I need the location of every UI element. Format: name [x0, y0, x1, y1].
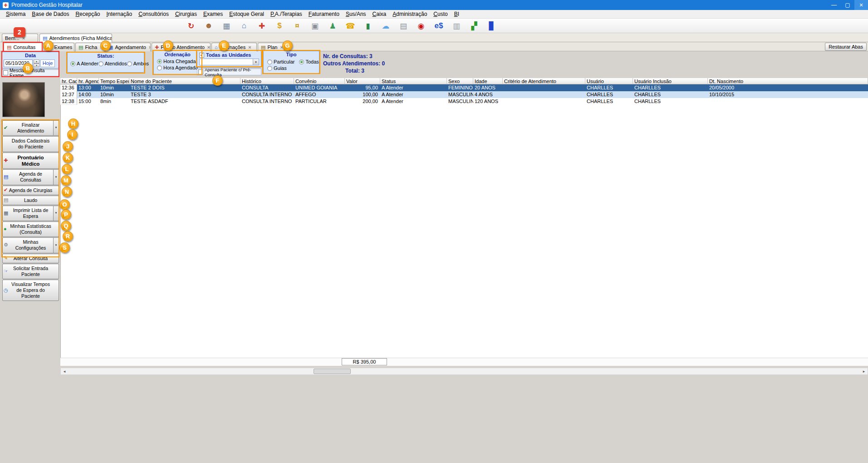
table-cell: CHARLLES	[585, 91, 633, 98]
arquivo-icon[interactable]: ▣	[309, 20, 321, 32]
grafico-icon[interactable]: ▞	[468, 20, 480, 32]
sidebar-button-minhas-estatisticas-consulta[interactable]: ●Minhas Estatísticas (Consulta)	[2, 222, 59, 237]
column-header-historico[interactable]: Histórico	[240, 78, 294, 84]
menu-item-sus-ans[interactable]: Sus/Ans	[343, 10, 369, 18]
table-row[interactable]: 12:3714:0010minTESTE 3CONSULTA INTERNOAF…	[60, 91, 868, 98]
radio-particular[interactable]: Particular	[267, 59, 294, 64]
spinner-up-icon[interactable]: ▴	[34, 59, 39, 64]
column-header-idade[interactable]: Idade	[473, 78, 503, 84]
ambulancia-icon[interactable]: ✚	[256, 20, 268, 32]
close-icon[interactable]: ×	[248, 44, 251, 50]
radio-ambos[interactable]: Ambos	[127, 61, 149, 66]
today-button[interactable]: Hoje	[40, 59, 55, 67]
agenda-icon[interactable]: ▮	[362, 20, 374, 32]
agenda-telefonica-icon[interactable]: ☎	[344, 20, 356, 32]
radio-label: Particular	[274, 59, 294, 64]
recepcao-icon[interactable]: ☻	[203, 20, 215, 32]
column-header-hr-agend[interactable]: hr. Agend.	[77, 78, 99, 84]
sidebar-button-imprimir-lista-de-espera[interactable]: ▦Imprimir Lista de Espera▼	[2, 206, 59, 221]
restore-tabs-button[interactable]: Restaurar Abas	[825, 43, 867, 51]
relatorio-icon[interactable]: ▤	[397, 20, 409, 32]
financeiro-icon[interactable]: $	[274, 20, 285, 32]
column-header-valor[interactable]: Valor	[345, 78, 380, 84]
radio-todas[interactable]: Todas	[299, 59, 319, 64]
menu-item-base-de-dados[interactable]: Base de Dados	[29, 10, 72, 18]
column-header-sexo[interactable]: Sexo	[447, 78, 473, 84]
bi-icon[interactable]: ▊	[486, 20, 498, 32]
patient-photo	[2, 82, 45, 117]
dropdown-arrow-icon[interactable]: ▼	[53, 170, 59, 184]
menu-item-cirurgias[interactable]: Cirurgias	[172, 10, 200, 18]
table-cell: A Atender	[380, 84, 447, 91]
radio-a-atender[interactable]: A Atender	[70, 61, 98, 66]
scroll-right-icon[interactable]: ▸	[860, 368, 868, 374]
date-spinner: ▴ ▾	[34, 59, 39, 67]
column-header-usuario-inclusao[interactable]: Usuário Inclusão	[633, 78, 708, 84]
table-row[interactable]: 12:3613:0010minTESTE 2 DOISCONSULTAUNIME…	[60, 84, 868, 91]
menu-item-consultorios[interactable]: Consultórios	[135, 10, 172, 18]
menu-item-p-a-terapias[interactable]: P.A./Terapias	[267, 10, 305, 18]
dropdown-arrow-icon[interactable]: ▼	[53, 121, 59, 135]
menu-item-sistema[interactable]: Sistema	[3, 10, 29, 18]
internacao-icon[interactable]: ⌂	[238, 20, 250, 32]
horizontal-scrollbar[interactable]: ◂ ▸	[60, 368, 868, 375]
column-header-nome-do-paciente[interactable]: Nome do Paciente	[129, 78, 240, 84]
sidebar-button-alterar-consulta[interactable]: ✎Alterar Consulta	[2, 254, 59, 263]
menu-item-bi[interactable]: BI	[451, 10, 462, 18]
merge-consult-exam-label: Mesclar Consulta Exame	[10, 68, 59, 78]
e-caixa-icon[interactable]: e$	[433, 20, 445, 32]
column-header-tempo-espera[interactable]: Tempo Espera	[99, 78, 129, 84]
sidebar-button-prontuario-medico[interactable]: ✚Prontuário Médico	[2, 153, 59, 169]
column-header-criterio-de-atendimento[interactable]: Critério de Atendimento	[503, 78, 585, 84]
notas-icon[interactable]: ▥	[451, 20, 462, 32]
units-select[interactable]: ▼	[199, 59, 259, 65]
scroll-left-icon[interactable]: ◂	[61, 368, 68, 374]
column-header-status[interactable]: Status	[380, 78, 447, 84]
sidebar-button-finalizar-atendimento[interactable]: ✔Finalizar Atendimento▼	[2, 120, 59, 136]
maximize-button[interactable]: ▢	[841, 0, 854, 10]
column-header-dt-nascimento[interactable]: Dt. Nascimento	[708, 78, 868, 84]
menu-item-recepcao[interactable]: Recepção	[72, 10, 103, 18]
sidebar-button-solicitar-entrada-paciente[interactable]: ☞Solicitar Entrada Paciente	[2, 264, 59, 279]
menu-item-estoque-geral[interactable]: Estoque Geral	[226, 10, 267, 18]
menu-item-exames[interactable]: Exames	[200, 10, 226, 18]
column-header-usuario[interactable]: Usuário	[585, 78, 633, 84]
table-cell: PARTICULAR	[294, 98, 345, 105]
menu-item-faturamento[interactable]: Faturamento	[305, 10, 343, 18]
sidebar-button-label: Alterar Consulta	[14, 256, 48, 261]
menu-item-administracao[interactable]: Administração	[389, 10, 430, 18]
estatisticas-icon[interactable]: ♟	[327, 20, 338, 32]
mensagens-icon[interactable]: ☁	[380, 20, 392, 32]
minimize-button[interactable]: —	[827, 0, 841, 10]
sair-icon[interactable]: ◉	[415, 20, 427, 32]
caixa-icon[interactable]: ¤	[291, 20, 303, 32]
close-icon[interactable]: ×	[207, 44, 210, 50]
sidebar-button-laudo[interactable]: ▤Laudo	[2, 196, 59, 205]
impressao-icon[interactable]: ▦	[221, 20, 232, 32]
sub-tab-consultas[interactable]: ▤Consultas	[4, 43, 44, 51]
column-header-convenio[interactable]: Convênio	[294, 78, 345, 84]
sidebar-button-label: Minhas Estatísticas (Consulta)	[9, 223, 53, 235]
sidebar-button-minhas-configuracoes[interactable]: ⚙Minhas Configurações▼	[2, 237, 59, 253]
menu-item-caixa[interactable]: Caixa	[369, 10, 390, 18]
radio-guias[interactable]: Guias	[267, 65, 319, 71]
sidebar-button-agenda-de-cirurgias[interactable]: ✔Agenda de Cirurgias	[2, 186, 59, 195]
sidebar-button-dados-cadastrais-do-paciente[interactable]: Dados Cadastrais do Paciente	[2, 136, 59, 152]
close-button[interactable]: ×	[854, 0, 868, 10]
sub-tab-agendamento[interactable]: ▦Agendamento×	[105, 43, 151, 51]
column-header-hr-cad[interactable]: hr. Cad.	[60, 78, 77, 84]
radio-atendidos[interactable]: Atendidos	[98, 61, 127, 66]
radio-hora-agendada[interactable]: Hora Agendada	[154, 64, 201, 70]
atualizar-icon[interactable]: ↻	[185, 20, 197, 32]
table-row[interactable]: 12:3815:008minTESTE ASDADFCONSULTA INTER…	[60, 98, 868, 105]
scrollbar-thumb[interactable]	[314, 369, 351, 374]
sidebar-button-agenda-de-consultas[interactable]: ▤Agenda de Consultas▼	[2, 169, 59, 185]
sidebar-button-visualizar-tempos-de-espera-do-paciente[interactable]: ◷Visualizar Tempos de Espera do Paciente	[2, 280, 59, 301]
menu-item-custo[interactable]: Custo	[430, 10, 451, 18]
spinner-down-icon[interactable]: ▾	[34, 64, 39, 68]
pre-consult-only-checkbox[interactable]: Apenas Paciente c/ Pré-Consulta	[197, 69, 261, 75]
all-units-checkbox[interactable]: Todas as Unidades	[199, 52, 259, 58]
menu-item-internacao[interactable]: Internação	[103, 10, 135, 18]
radio-hora-chegada[interactable]: Hora Chegada	[154, 58, 201, 64]
close-icon[interactable]: ×	[149, 44, 151, 50]
